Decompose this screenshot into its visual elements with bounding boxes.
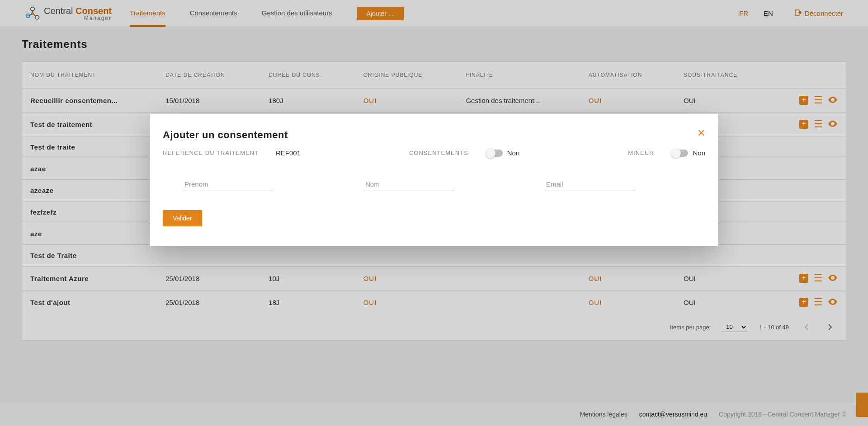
modal-ajouter-consentement: Ajouter un consentement ✕ REFERENCE DU T… <box>150 114 718 246</box>
prenom-field[interactable] <box>184 178 274 191</box>
modal-title: Ajouter un consentement <box>163 129 705 141</box>
close-icon: ✕ <box>697 127 705 139</box>
cons-switch-value: Non <box>507 149 520 157</box>
minor-switch[interactable] <box>672 150 688 157</box>
minor-switch-value: Non <box>693 149 705 157</box>
modal-overlay[interactable]: Ajouter un consentement ✕ REFERENCE DU T… <box>0 0 868 426</box>
minor-label: MINEUR <box>628 150 654 156</box>
cons-switch[interactable] <box>486 150 503 157</box>
modal-close-button[interactable]: ✕ <box>697 128 705 138</box>
nom-field[interactable] <box>364 178 455 191</box>
email-field[interactable] <box>545 178 636 191</box>
validate-button[interactable]: Valider <box>163 210 202 226</box>
ref-label: REFERENCE DU TRAITEMENT <box>163 150 259 156</box>
cons-label: CONSENTEMENTS <box>409 150 468 156</box>
ref-value: REF001 <box>276 149 301 157</box>
